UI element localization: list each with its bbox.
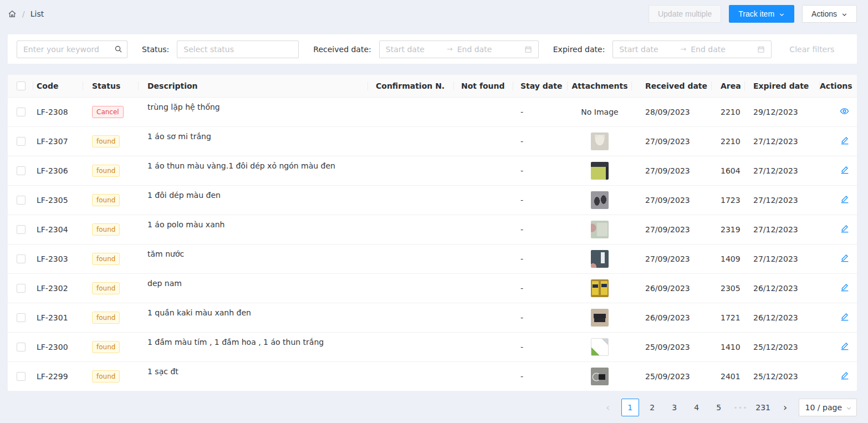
status-badge: found <box>92 223 120 236</box>
row-checkbox[interactable] <box>17 343 25 351</box>
stay-date-cell: - <box>513 303 568 332</box>
row-checkbox[interactable] <box>17 313 25 322</box>
expired-date-range-picker[interactable]: → <box>612 40 772 58</box>
column-header-area[interactable]: Area <box>712 75 745 97</box>
column-header-status[interactable]: Status <box>83 75 139 97</box>
code-cell: LF-2299 <box>33 361 83 391</box>
confirmation-cell <box>368 215 454 244</box>
attachment-thumbnail[interactable] <box>591 132 609 150</box>
column-header-code[interactable]: Code <box>33 75 83 97</box>
expired-end-input[interactable] <box>691 45 747 54</box>
expired-start-input[interactable] <box>619 45 676 54</box>
column-header-received-date[interactable]: Received date <box>632 75 712 97</box>
stay-date-cell: - <box>513 273 568 303</box>
column-header-stay-date[interactable]: Stay date <box>513 75 568 97</box>
attachment-thumbnail[interactable] <box>591 279 609 297</box>
description-cell: 1 áo thun màu vàng.1 đôi dép xỏ ngón màu… <box>139 156 368 185</box>
update-multiple-button[interactable]: Update multiple <box>649 5 721 23</box>
page-button-3[interactable]: 3 <box>666 399 683 416</box>
edit-action-icon[interactable] <box>840 283 849 292</box>
row-checkbox[interactable] <box>17 284 25 293</box>
pagination-ellipsis[interactable]: ••• <box>732 404 750 411</box>
confirmation-cell <box>368 332 454 361</box>
row-checkbox[interactable] <box>17 166 25 175</box>
description-cell: tăm nước <box>139 244 368 273</box>
edit-action-icon[interactable] <box>840 136 849 145</box>
row-checkbox[interactable] <box>17 137 25 146</box>
confirmation-cell <box>368 156 454 185</box>
received-start-input[interactable] <box>386 45 442 54</box>
area-cell: 1604 <box>712 156 745 185</box>
received-date-cell: 27/09/2023 <box>632 215 712 244</box>
row-checkbox[interactable] <box>17 254 25 263</box>
received-end-input[interactable] <box>457 45 514 54</box>
attachment-thumbnail[interactable] <box>591 309 609 327</box>
code-cell: LF-2303 <box>33 244 83 273</box>
breadcrumb-current[interactable]: List <box>30 9 44 18</box>
edit-action-icon[interactable] <box>840 253 849 262</box>
received-date-cell: 26/09/2023 <box>632 273 712 303</box>
description-cell: 1 quần kaki màu xanh đen <box>139 303 368 332</box>
page-button-1[interactable]: 1 <box>621 399 639 416</box>
row-checkbox[interactable] <box>17 225 25 234</box>
column-header-attachments[interactable]: Attachments <box>568 75 632 97</box>
page-size-select[interactable]: 10 / page <box>799 399 857 416</box>
breadcrumb-separator: / <box>22 9 25 18</box>
prev-page-button[interactable]: ‹ <box>599 399 617 416</box>
page-button-2[interactable]: 2 <box>644 399 661 416</box>
confirmation-cell <box>368 273 454 303</box>
expired-date-cell: 29/12/2023 <box>745 97 820 126</box>
actions-label: Actions <box>811 9 837 18</box>
status-badge: Cancel <box>92 106 124 118</box>
edit-action-icon[interactable] <box>840 165 849 174</box>
edit-action-icon[interactable] <box>840 224 849 233</box>
column-header-not-found[interactable]: Not found <box>454 75 513 97</box>
stay-date-cell: - <box>513 332 568 361</box>
attachment-thumbnail[interactable] <box>591 368 609 385</box>
actions-button[interactable]: Actions <box>802 5 857 23</box>
attachment-thumbnail[interactable] <box>591 162 609 180</box>
view-action-icon[interactable] <box>840 106 849 116</box>
area-cell: 2210 <box>712 97 745 126</box>
range-arrow-icon: → <box>447 45 453 53</box>
attachment-thumbnail[interactable] <box>591 250 609 268</box>
row-checkbox[interactable] <box>17 108 25 116</box>
edit-action-icon[interactable] <box>840 371 849 380</box>
edit-action-icon[interactable] <box>840 342 849 350</box>
no-image-label: No Image <box>581 108 618 116</box>
not-found-cell <box>454 273 513 303</box>
column-header-description[interactable]: Description <box>139 75 368 97</box>
expired-date-cell: 26/12/2023 <box>745 303 820 332</box>
page-button-5[interactable]: 5 <box>710 399 728 416</box>
expired-date-label: Expired date: <box>553 45 605 54</box>
not-found-cell <box>454 185 513 215</box>
area-cell: 1409 <box>712 244 745 273</box>
row-checkbox[interactable] <box>17 372 25 381</box>
page-button-231[interactable]: 231 <box>754 399 772 416</box>
search-icon[interactable] <box>114 45 122 55</box>
clear-filters-button[interactable]: Clear filters <box>789 45 834 54</box>
attachment-thumbnail[interactable] <box>591 338 609 356</box>
column-header-expired-date[interactable]: Expired date <box>745 75 820 97</box>
next-page-button[interactable]: › <box>777 399 794 416</box>
edit-action-icon[interactable] <box>840 195 849 203</box>
page-button-4[interactable]: 4 <box>688 399 706 416</box>
attachment-thumbnail[interactable] <box>591 221 609 238</box>
received-date-range-picker[interactable]: → <box>379 40 539 58</box>
table-body: LF-2308Canceltrùng lặp hệ thống-No Image… <box>8 97 857 391</box>
select-all-checkbox[interactable] <box>17 81 25 90</box>
edit-action-icon[interactable] <box>840 312 849 321</box>
stay-date-cell: - <box>513 215 568 244</box>
home-icon[interactable] <box>8 9 17 18</box>
code-cell: LF-2307 <box>33 126 83 156</box>
track-item-button[interactable]: Track item <box>729 5 794 23</box>
table-row: LF-2303foundtăm nước-27/09/2023140927/12… <box>8 244 857 273</box>
row-checkbox[interactable] <box>17 196 25 205</box>
keyword-input[interactable] <box>17 40 127 58</box>
area-cell: 2305 <box>712 273 745 303</box>
attachment-thumbnail[interactable] <box>591 191 609 209</box>
status-select[interactable]: Select status <box>177 40 299 58</box>
column-header-confirmation[interactable]: Confirmation N. <box>368 75 454 97</box>
received-date-cell: 27/09/2023 <box>632 244 712 273</box>
area-cell: 1723 <box>712 185 745 215</box>
